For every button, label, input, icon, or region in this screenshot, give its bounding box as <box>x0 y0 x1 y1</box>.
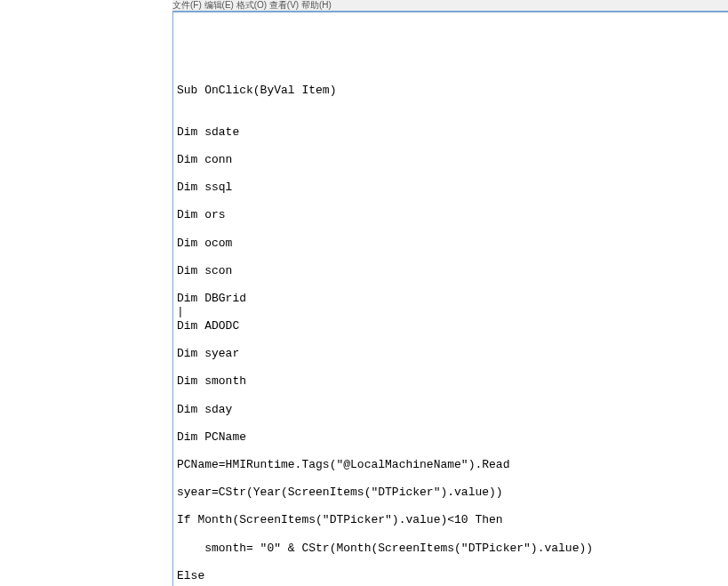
code-line: Dim sdate <box>177 125 726 140</box>
menubar-items[interactable]: 文件(F) 编辑(E) 格式(O) 查看(V) 帮助(H) <box>172 1 332 10</box>
menubar[interactable]: 文件(F) 编辑(E) 格式(O) 查看(V) 帮助(H) <box>172 0 728 12</box>
code-line <box>177 139 726 153</box>
code-line: Dim ocom <box>177 237 726 251</box>
code-line: Dim ors <box>177 208 726 222</box>
code-line <box>177 500 726 514</box>
code-line: Dim ADODC <box>177 319 726 333</box>
code-line: syear=CStr(Year(ScreenItems("DTPicker").… <box>177 486 726 500</box>
code-line: Dim smonth <box>177 374 726 389</box>
code-line: smonth= "0" & CStr(Month(ScreenItems("DT… <box>177 542 726 556</box>
code-line <box>177 333 726 348</box>
code-line <box>177 582 726 586</box>
code-line: Dim conn <box>177 153 726 167</box>
code-editor[interactable]: 西门子工业 找答案 support.industry.siemens.com/c… <box>172 12 728 586</box>
code-line <box>177 98 726 112</box>
code-line: Dim ssql <box>177 181 726 195</box>
code-line: Dim syear <box>177 347 726 361</box>
code-line <box>177 444 726 458</box>
code-line <box>177 195 726 209</box>
code-line: Else <box>177 569 726 583</box>
code-line: Dim scon <box>177 264 726 278</box>
code-line <box>177 361 726 375</box>
code-line <box>177 277 726 292</box>
code-line <box>177 389 726 403</box>
code-line: PCName=HMIRuntime.Tags("@LocalMachineNam… <box>177 458 726 472</box>
code-line: Dim DBGrid <box>177 292 726 306</box>
code-line <box>177 222 726 237</box>
code-line <box>177 416 726 430</box>
code-content: Sub OnClick(ByVal Item) Dim sdate Dim co… <box>177 84 726 586</box>
code-line <box>177 111 726 125</box>
code-line: Sub OnClick(ByVal Item) <box>177 84 726 98</box>
code-line: Dim PCName <box>177 430 726 445</box>
code-line <box>177 555 726 569</box>
code-line: Dim sday <box>177 403 726 417</box>
code-line <box>177 472 726 486</box>
code-line <box>177 250 726 264</box>
code-line: If Month(ScreenItems("DTPicker").value)<… <box>177 513 726 527</box>
code-line <box>177 527 726 542</box>
code-line: | <box>177 305 726 319</box>
code-line <box>177 167 726 181</box>
